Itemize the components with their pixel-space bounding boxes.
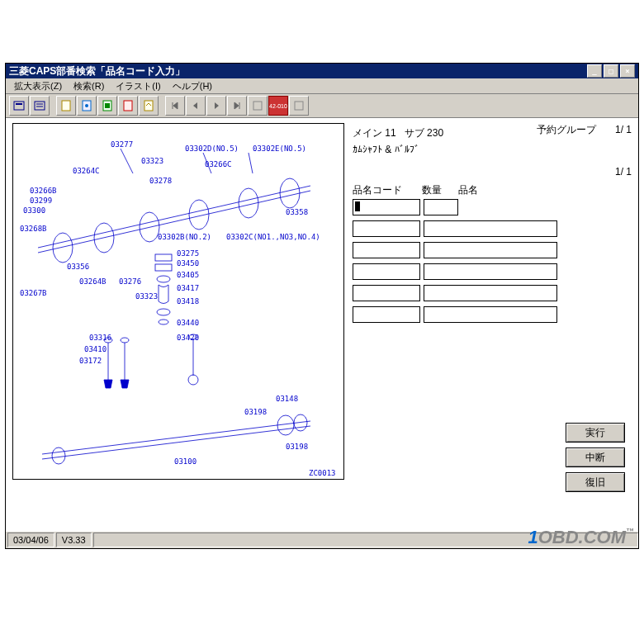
svg-rect-10 — [124, 101, 132, 111]
part-label: 03302C(NO1.,NO3,NO.4) — [226, 233, 320, 241]
part-label: 03356 — [67, 263, 89, 271]
part-label: 03302E(NO.5) — [253, 144, 306, 153]
part-label: 03276 — [119, 277, 141, 286]
code-input[interactable] — [353, 285, 420, 301]
part-label: 03323 — [141, 157, 163, 165]
toolbar-btn-4[interactable] — [77, 96, 97, 116]
toolbar-btn-1[interactable] — [9, 96, 29, 116]
part-label: 03300 — [23, 206, 45, 215]
page-indicator-1: 1/ 1 — [615, 124, 632, 135]
table-row — [353, 242, 632, 258]
name-cell[interactable] — [424, 285, 557, 301]
menu-bar: 拡大表示(Z) 検索(R) イラスト(I) ヘルプ(H) — [6, 78, 638, 94]
name-cell[interactable] — [424, 242, 557, 258]
toolbar-btn-7[interactable] — [139, 96, 159, 116]
yoyaku-group: 予約グループ 1/ 1 — [537, 123, 632, 137]
part-label: 03316 — [89, 334, 111, 342]
svg-point-16 — [53, 233, 73, 263]
status-date: 03/04/06 — [7, 533, 54, 547]
toolbar-btn-12[interactable] — [248, 96, 268, 116]
menu-help[interactable]: ヘルプ(H) — [168, 78, 217, 94]
svg-rect-5 — [62, 101, 70, 111]
code-input[interactable] — [353, 242, 420, 258]
restore-button[interactable]: 復旧 — [566, 472, 625, 492]
part-label: 03299 — [30, 197, 52, 205]
abort-button[interactable]: 中断 — [566, 447, 625, 467]
execute-button[interactable]: 実行 — [566, 423, 625, 443]
svg-point-33 — [188, 375, 198, 385]
part-label: 03266C — [205, 160, 232, 168]
svg-line-15 — [38, 191, 310, 253]
part-label: 03420 — [177, 334, 199, 342]
page-indicator-2: 1/ 1 — [615, 166, 632, 178]
minimize-button[interactable]: _ — [587, 64, 602, 78]
toolbar-btn-stop[interactable]: 42-010 — [268, 96, 288, 116]
nav-next-button[interactable] — [206, 96, 226, 116]
name-cell[interactable] — [424, 263, 557, 280]
svg-rect-12 — [253, 102, 262, 110]
toolbar: 42-010 — [6, 94, 638, 118]
part-label: 03440 — [177, 319, 199, 327]
svg-rect-11 — [144, 101, 153, 111]
part-label: 03266B — [30, 187, 57, 195]
svg-point-26 — [159, 320, 168, 324]
name-cell[interactable] — [424, 220, 557, 237]
svg-rect-22 — [155, 254, 172, 261]
svg-point-24 — [157, 276, 170, 282]
toolbar-btn-5[interactable] — [97, 96, 117, 116]
part-label: 03148 — [276, 395, 298, 403]
code-input[interactable] — [353, 220, 420, 237]
input-table — [353, 199, 632, 323]
title-bar: 三菱CAPS部番検索「品名コード入力」 _ □ × — [6, 64, 638, 78]
part-label: 03418 — [177, 297, 199, 305]
toolbar-btn-2[interactable] — [30, 96, 50, 116]
svg-point-37 — [277, 415, 294, 435]
svg-rect-23 — [155, 264, 172, 271]
parts-diagram[interactable]: 03277 03302D(NO.5) 03302E(NO.5) 03323 03… — [12, 123, 344, 480]
svg-rect-9 — [105, 103, 110, 108]
part-label: 03100 — [174, 457, 197, 466]
svg-line-34 — [42, 421, 310, 454]
toolbar-btn-6[interactable] — [118, 96, 138, 116]
nav-first-button[interactable] — [165, 96, 185, 116]
toolbar-btn-3[interactable] — [56, 96, 76, 116]
table-row — [353, 220, 632, 237]
code-input[interactable] — [353, 306, 420, 323]
part-label: 03264B — [79, 277, 107, 286]
content-area: 03277 03302D(NO.5) 03302E(NO.5) 03323 03… — [6, 118, 638, 532]
nav-last-button[interactable] — [227, 96, 247, 116]
part-label: 03198 — [286, 443, 308, 451]
svg-line-41 — [249, 153, 253, 173]
svg-rect-13 — [295, 102, 303, 110]
close-button[interactable]: × — [620, 64, 635, 78]
code-input[interactable] — [353, 263, 420, 280]
table-row — [353, 285, 632, 301]
diagram-code: ZC0013 — [309, 469, 336, 477]
right-panel: 予約グループ 1/ 1 メイン 11 サブ 230 ｶﾑｼｬﾌﾄ & ﾊﾞﾙﾌﾞ… — [353, 123, 632, 525]
svg-point-21 — [280, 178, 300, 208]
menu-search[interactable]: 検索(R) — [69, 78, 109, 94]
table-row — [353, 199, 632, 215]
menu-zoom[interactable]: 拡大表示(Z) — [9, 78, 67, 94]
window-title: 三菱CAPS部番検索「品名コード入力」 — [9, 64, 185, 78]
maximize-button[interactable]: □ — [604, 64, 618, 78]
code-input[interactable] — [353, 199, 420, 215]
part-label: 03264C — [73, 167, 100, 175]
toolbar-btn-14[interactable] — [289, 96, 309, 116]
part-label: 03358 — [286, 208, 308, 216]
table-row — [353, 306, 632, 323]
svg-point-30 — [121, 338, 129, 343]
table-header: 品名コード 数量 品名 — [353, 183, 632, 197]
part-label: 03450 — [177, 259, 199, 268]
part-label: 03302B(NO.2) — [158, 233, 211, 241]
part-label: 03275 — [177, 249, 199, 258]
name-cell[interactable] — [424, 306, 557, 323]
svg-point-7 — [85, 104, 88, 107]
qty-input[interactable] — [424, 199, 458, 215]
part-label: 03405 — [177, 271, 199, 279]
part-label: 03268B — [20, 225, 47, 233]
svg-line-39 — [121, 149, 133, 173]
menu-illust[interactable]: イラスト(I) — [111, 78, 165, 94]
part-label: 03302D(NO.5) — [185, 144, 239, 153]
nav-prev-button[interactable] — [186, 96, 206, 116]
